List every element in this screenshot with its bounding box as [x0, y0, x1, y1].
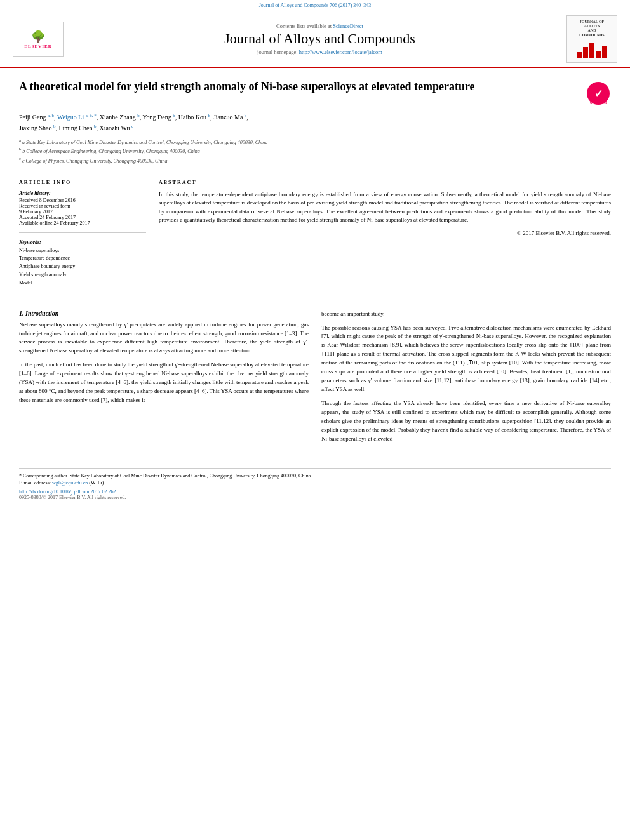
journal-header-left: 🌳 ELSEVIER [13, 22, 73, 57]
issn-line: 0925-8388/© 2017 Elsevier B.V. All right… [19, 495, 611, 500]
email-name-text: (W. Li). [89, 480, 105, 486]
history-label: Article history: [19, 190, 146, 196]
keyword-5: Model [19, 279, 146, 288]
copyright-text: © 2017 Elsevier B.V. All rights reserved… [159, 230, 611, 236]
author-xiaozhi: Xiaozhi Wu c [99, 124, 133, 131]
jac-bar-1 [577, 52, 582, 58]
author-jiaxing: Jiaxing Shao b, [19, 124, 58, 131]
intro-para-2: In the past, much effort has been done t… [19, 361, 309, 405]
doi-link[interactable]: http://dx.doi.org/10.1016/j.jallcom.2017… [19, 489, 116, 495]
jac-title-text: JOURNAL OFALLOYSANDCOMPOUNDS [579, 20, 604, 38]
svg-text:✓: ✓ [594, 88, 603, 99]
affiliations-block: a a State Key Laboratory of Coal Mine Di… [19, 137, 611, 165]
footer-doi-line: http://dx.doi.org/10.1016/j.jallcom.2017… [19, 489, 611, 495]
corresponding-note: * Corresponding author. State Key Labora… [19, 468, 611, 486]
elsevier-tree-icon: 🌳 [31, 30, 45, 44]
email-label-text: E-mail address: [19, 480, 51, 486]
contents-line: Contents lists available at ScienceDirec… [73, 23, 566, 29]
accepted-date: Accepted 24 February 2017 [19, 215, 146, 220]
received-revised-date: 9 February 2017 [19, 209, 146, 215]
keyword-1: Ni-base superalloys [19, 247, 146, 255]
intro-para-4: The possible reasons causing YSA has bee… [321, 324, 611, 395]
author-liming: Liming Chen b, [58, 124, 99, 131]
affiliation-b: b b College of Aerospace Engineering, Ch… [19, 146, 611, 156]
abstract-heading: ABSTRACT [159, 180, 611, 185]
jac-bar-3 [589, 43, 594, 58]
affiliation-c: c c College of Physics, Chongqing Univer… [19, 156, 611, 165]
body-col-right: become an important study. The possible … [321, 310, 611, 449]
keyword-3: Antiphase boundary energy [19, 263, 146, 271]
available-date: Available online 24 February 2017 [19, 220, 146, 226]
jac-bar-4 [596, 51, 601, 58]
elsevier-logo: 🌳 ELSEVIER [13, 22, 64, 57]
citation-line: Journal of Alloys and Compounds 706 (201… [0, 0, 630, 10]
info-abstract-section: ARTICLE INFO Article history: Received 8… [19, 180, 611, 288]
received-date: Received 8 December 2016 [19, 197, 146, 203]
intro-para-1: Ni-base superalloys mainly strengthened … [19, 321, 309, 356]
intro-para-5: Through the factors affecting the YSA al… [321, 399, 611, 444]
article-info-heading: ARTICLE INFO [19, 180, 146, 185]
article-title-text: A theoretical model for yield strength a… [19, 79, 475, 94]
article-footer: * Corresponding author. State Key Labora… [0, 468, 630, 507]
divider-2 [19, 298, 611, 298]
journal-center: Contents lists available at ScienceDirec… [73, 23, 566, 55]
article-history: Article history: Received 8 December 201… [19, 190, 146, 226]
author-xianhe: Xianhe Zhang b, [100, 114, 143, 121]
homepage-line: journal homepage: http://www.elsevier.co… [73, 49, 566, 55]
intro-para-3: become an important study. [321, 310, 611, 319]
jac-bar-5 [602, 46, 607, 58]
author-peiji: Peiji Geng a, b, [19, 114, 57, 121]
author-jianzuo: Jianzuo Ma b, [213, 114, 248, 121]
keyword-4: Yield strength anomaly [19, 271, 146, 279]
journal-name-heading: Journal of Alloys and Compounds [73, 30, 566, 47]
author-haibo: Haibo Kou b, [178, 114, 213, 121]
citation-text: Journal of Alloys and Compounds 706 (201… [259, 3, 372, 8]
article-title-row: A theoretical model for yield strength a… [19, 79, 611, 106]
jac-bar-chart [577, 39, 607, 58]
jac-logo: JOURNAL OFALLOYSANDCOMPOUNDS [566, 15, 617, 63]
corresponding-email[interactable]: wgli@cqu.edu.cn [52, 480, 88, 486]
crossmark-icon: ✓ CrossMark [586, 81, 611, 106]
sciencedirect-link[interactable]: ScienceDirect [333, 23, 363, 29]
author-yong: Yong Deng b, [142, 114, 178, 121]
body-col-left: 1. Introduction Ni-base superalloys main… [19, 310, 309, 449]
authors-line: Peiji Geng a, b, Weiguo Li a, b, *, Xian… [19, 112, 611, 133]
keywords-section: Keywords: Ni-base superalloys Temperatur… [19, 239, 146, 288]
affiliation-a: a a State Key Laboratory of Coal Mine Di… [19, 137, 611, 147]
received-revised-label: Received in revised form [19, 203, 146, 209]
intro-heading: 1. Introduction [19, 310, 309, 317]
article-body: A theoretical model for yield strength a… [0, 68, 630, 462]
svg-text:CrossMark: CrossMark [590, 101, 607, 105]
keyword-2: Temperature dependence [19, 255, 146, 263]
elsevier-wordmark: ELSEVIER [24, 44, 51, 49]
abstract-text: In this study, the temperature-dependent… [159, 190, 611, 225]
author-weiguo[interactable]: Weiguo Li a, b, * [57, 114, 97, 121]
article-info-col: ARTICLE INFO Article history: Received 8… [19, 180, 146, 288]
divider-1 [19, 173, 611, 173]
abstract-col: ABSTRACT In this study, the temperature-… [159, 180, 611, 288]
corresponding-note-text: * Corresponding author. State Key Labora… [19, 473, 312, 479]
keywords-label: Keywords: [19, 239, 146, 245]
journal-header: 🌳 ELSEVIER Contents lists available at S… [0, 10, 630, 68]
homepage-url[interactable]: http://www.elsevier.com/locate/jalcom [299, 49, 382, 55]
page: Journal of Alloys and Compounds 706 (201… [0, 0, 630, 840]
intro-section: 1. Introduction Ni-base superalloys main… [19, 310, 611, 449]
divider-info [19, 232, 146, 233]
jac-bar-2 [583, 47, 588, 58]
